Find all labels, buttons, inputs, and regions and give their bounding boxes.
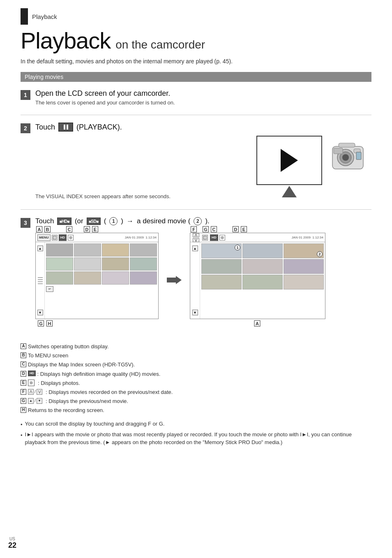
diagram-right-label-bottom: A — [254, 320, 261, 326]
map-icon-btn[interactable] — [52, 235, 58, 241]
right-thumb-2 — [242, 243, 283, 258]
label-A-bottom-center: A — [254, 320, 261, 326]
step-2-row: 2 Touch (PLAYBACK). — [21, 123, 371, 204]
step-3-end: ). — [205, 217, 209, 225]
legend-text-H: Returns to the recording screen. — [28, 407, 104, 414]
step-3-paren-close: ) — [121, 217, 123, 225]
right-thumb-3: 2 — [284, 243, 324, 258]
arrow-up-btn-left[interactable]: ▲ — [37, 245, 43, 251]
diagram-left-wrapper: A B C D E MENU — [35, 233, 159, 319]
diagram-left-box: MENU HD JAN 01 2009 1:12:34 — [35, 233, 159, 319]
diag-top-arr-up[interactable]: ⋀ — [193, 233, 199, 237]
right-thumb-9 — [284, 275, 324, 289]
label-G-right: G — [203, 226, 209, 232]
svg-rect-8 — [53, 236, 56, 239]
step-3-touch: Touch — [35, 217, 54, 225]
diag-right-side-arrows: ▲ ▼ — [190, 242, 200, 319]
diag-right-topbar: ⋀ ⋁ HD JAN 01 2009 1:12:34 — [190, 233, 325, 242]
map-icon-svg — [53, 236, 57, 240]
diag-right-grid-area: 1 2 — [200, 242, 325, 319]
legend-A: A Switches operating button display. — [21, 343, 371, 350]
hd-btn[interactable]: HD — [59, 234, 67, 241]
label-C-left: C — [66, 226, 72, 232]
thumb-7 — [102, 257, 129, 271]
svg-point-3 — [342, 154, 349, 161]
step-3-number: 3 — [21, 218, 30, 228]
step-3-or: (or — [75, 217, 83, 225]
camera-svg — [328, 139, 369, 178]
divider-1 — [21, 115, 371, 115]
label-E-right: E — [241, 226, 247, 232]
thumb-12 — [130, 271, 157, 285]
page-footer-us: US — [9, 537, 15, 541]
bullet-text-2: I►I appears with the movie or photo that… — [25, 431, 371, 447]
svg-point-18 — [221, 237, 222, 238]
svg-rect-5 — [334, 148, 343, 154]
bullet-text-1: You can scroll the display by touching a… — [25, 420, 165, 428]
map-icon-svg-r — [203, 236, 207, 240]
legend-F: F ⋀ / ⋁ : Displays movies recorded on th… — [21, 389, 371, 396]
step-3-paren-open: ( — [104, 217, 106, 225]
step-1-content: Open the LCD screen of your camcorder. T… — [35, 89, 371, 109]
diag-top-arr-dn[interactable]: ⋁ — [193, 238, 199, 242]
sd-icon: ■SD■ — [87, 218, 101, 225]
circle-1: 1 — [109, 217, 118, 225]
step-1-instruction: Open the LCD screen of your camcorder. — [35, 89, 371, 98]
arrow-up-shape — [282, 186, 297, 197]
diag-left-grid-row1 — [46, 243, 157, 257]
menu-btn[interactable]: MENU — [37, 234, 51, 241]
legend-B: B To MENU screen — [21, 352, 371, 359]
diag-right-row3 — [201, 275, 324, 289]
diagrams-row: A B C D E MENU — [35, 233, 371, 319]
diag-left-content: ▲ ▼ — [36, 242, 158, 319]
legend-text-A: Switches operating button display. — [28, 343, 108, 350]
header-black-box — [21, 8, 28, 25]
pause-bar-left — [64, 125, 65, 130]
arrow-down-btn-left[interactable]: ▼ — [37, 310, 43, 315]
left-side-spacer — [38, 251, 43, 310]
step-3-desired: a desired movie ( — [137, 217, 190, 225]
diag-left-topbar: MENU HD JAN 01 2009 1:12:34 — [36, 233, 158, 242]
hd-btn-right[interactable]: HD — [210, 234, 218, 241]
return-icon: ↩ — [48, 287, 51, 291]
step-2-screen-wrapper — [256, 136, 322, 185]
legend-arr-dn-movie: ▼ — [37, 398, 42, 404]
page-footer: US 22 — [8, 537, 16, 550]
legend-camera-icon — [28, 380, 35, 386]
legend-F-icons: ⋀ / ⋁ — [28, 389, 42, 395]
thumb-2 — [74, 243, 101, 257]
arrow-right-svg — [167, 275, 182, 285]
arrow-up-btn-right[interactable]: ▲ — [192, 245, 198, 251]
legend-letter-G: G — [21, 398, 26, 404]
bullet-1: • You can scroll the display by touching… — [21, 420, 371, 429]
return-btn[interactable]: ↩ — [46, 286, 53, 292]
svg-point-20 — [31, 382, 32, 383]
label-D-right: D — [233, 226, 239, 232]
arrow-down-btn-right[interactable]: ▼ — [192, 310, 198, 315]
legend-arr-dn-date: ⋁ — [37, 389, 42, 395]
legend-text-G: : Displays the previous/next movie. — [46, 398, 128, 405]
legend-text-C: Displays the Map Index screen (HDR-TG5V)… — [28, 361, 135, 368]
step-1-sub: The lens cover is opened and your camcor… — [35, 100, 371, 106]
thumb-1 — [46, 243, 73, 257]
thumb-5 — [46, 257, 73, 271]
photo-icon-btn[interactable] — [68, 235, 74, 241]
legend-hd-icon: HD — [28, 370, 36, 376]
svg-rect-14 — [203, 236, 207, 239]
map-icon-btn-right[interactable] — [202, 235, 208, 241]
bullet-dot-1: • — [21, 421, 23, 429]
photo-icon-btn-right[interactable] — [219, 235, 225, 241]
thumb-3 — [102, 243, 129, 257]
thumb-9 — [46, 271, 73, 285]
page-container: Playback Playback on the camcorder In th… — [0, 0, 392, 558]
right-thumb-1: 1 — [201, 243, 242, 258]
circle-2: 2 — [194, 217, 202, 225]
legend-H: H Returns to the recording screen. — [21, 407, 371, 414]
photo-icon-svg-r — [220, 236, 224, 240]
playback-screen-box — [256, 136, 322, 185]
step-2-content: Touch (PLAYBACK). — [35, 123, 371, 204]
spacer-right-1 — [199, 226, 201, 232]
right-thumb-6 — [284, 259, 324, 274]
step-2-instruction: Touch (PLAYBACK). — [35, 123, 371, 132]
legend-slash-g: / — [35, 398, 36, 404]
